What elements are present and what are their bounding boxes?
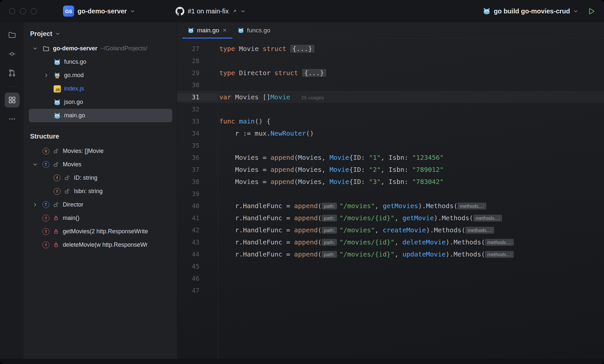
commit-tool-button[interactable] (5, 46, 20, 61)
code-token: Director (235, 69, 274, 77)
code-text[interactable]: type Movie struct {...} (218, 45, 604, 53)
code-text[interactable]: type Director struct {...} (218, 69, 604, 77)
line-number[interactable]: 47 (177, 287, 218, 294)
code-text[interactable]: r.HandleFunc = append(path:"/movies/{id}… (218, 250, 604, 258)
parameter-hint-badge: path: (322, 251, 337, 258)
tab-close-icon[interactable] (222, 28, 227, 33)
structure-item-movies[interactable]: TMovies (29, 158, 172, 171)
project-tool-button[interactable] (5, 27, 20, 42)
tab-main.go[interactable]: main.go (182, 22, 232, 38)
run-button[interactable] (587, 7, 596, 16)
more-tools-button[interactable] (5, 111, 20, 126)
function-kind-icon: f (42, 241, 49, 248)
line-number[interactable]: 43 (177, 239, 218, 246)
branch-selector-label: #1 on main-fix (188, 8, 229, 15)
line-number[interactable]: 33 (177, 118, 218, 125)
code-token: ).Methods( (446, 238, 485, 246)
tree-item-index.js[interactable]: JSindex.js (29, 82, 172, 95)
window-minimize-button[interactable] (20, 8, 26, 14)
tree-item-funcs.go[interactable]: funcs.go (29, 55, 172, 69)
structure-item-movies[interactable]: VMovies: []Movie (29, 144, 172, 158)
code-token: getMovies (383, 202, 418, 210)
code-text[interactable]: func main() { (218, 117, 604, 125)
window-zoom-button[interactable] (31, 8, 37, 14)
structure-item-isbn[interactable]: fIsbn: string (29, 185, 172, 198)
structure-tool-button[interactable] (5, 92, 20, 108)
activity-bar (0, 22, 24, 359)
code-text[interactable]: r.HandleFunc = append(path:"/movies", ge… (218, 202, 604, 210)
tab-label: funcs.go (247, 27, 271, 34)
structure-item-director[interactable]: TDirector (29, 198, 172, 211)
code-text[interactable]: r := mux.NewRouter() (218, 129, 604, 137)
folded-code-chip[interactable]: {...} (302, 69, 326, 77)
tree-item-json.go[interactable]: json.go (29, 95, 172, 109)
chevron-down-icon[interactable] (33, 162, 42, 167)
folded-code-chip[interactable]: {...} (290, 45, 314, 53)
tree-item-label: funcs.go (64, 58, 86, 65)
line-number[interactable]: 32 (177, 106, 218, 113)
code-text[interactable]: var Movies []Movie25 usages (218, 93, 604, 101)
line-number[interactable]: 39 (177, 190, 218, 197)
tree-item-label: index.js (64, 85, 84, 92)
code-text[interactable]: r.HandleFunc = append(path:"/movies/{id}… (218, 214, 604, 222)
code-text[interactable]: Movies = append(Movies, Movie{ID: "2", I… (218, 166, 604, 174)
pull-requests-tool-button[interactable] (5, 65, 20, 80)
line-number[interactable]: 34 (177, 130, 218, 137)
window-close-button[interactable] (9, 8, 15, 14)
line-number[interactable]: 41 (177, 214, 218, 222)
code-line-42: 42 r.HandleFunc = append(path:"/movies",… (177, 224, 604, 236)
line-number[interactable]: 40 (177, 202, 218, 209)
run-configuration-selector[interactable]: go build go-movies-crud (479, 5, 581, 17)
usages-inlay-hint[interactable]: 25 usages (301, 95, 324, 100)
code-line-43: 43 r.HandleFunc = append(path:"/movies/{… (177, 236, 604, 248)
branch-selector[interactable]: #1 on main-fix (172, 5, 249, 18)
tree-item-go.mod[interactable]: go.mod (29, 69, 172, 82)
structure-item-main[interactable]: fmain() (29, 211, 172, 225)
code-token: "/movies/{id}" (339, 238, 394, 246)
line-number[interactable]: 30 (177, 81, 218, 89)
code-token: (Movies, (294, 178, 329, 186)
code-text[interactable]: Movies = append(Movies, Movie{ID: "3", I… (218, 178, 604, 186)
code-text[interactable]: r.HandleFunc = append(path:"/movies/{id}… (218, 238, 604, 246)
tree-item-label: json.go (64, 99, 83, 106)
tab-label: main.go (197, 27, 219, 34)
line-number[interactable]: 45 (177, 263, 218, 270)
code-line-31: 31var Movies []Movie25 usages (177, 91, 604, 103)
chevron-down-icon[interactable] (33, 46, 42, 51)
code-token: Movie (329, 178, 349, 186)
line-number[interactable]: 46 (177, 275, 218, 282)
chevron-right-icon[interactable] (33, 202, 42, 207)
lock-closed-icon (53, 242, 59, 248)
line-number[interactable]: 36 (177, 154, 218, 161)
code-token: ( (318, 202, 322, 210)
structure-item-getmovies[interactable]: fgetMovies(2 http.ResponseWrite (29, 225, 172, 238)
code-text[interactable]: r.HandleFunc = append(path:"/movies", cr… (218, 226, 604, 234)
code-token: ( (318, 238, 322, 246)
code-token: "1" (369, 154, 381, 161)
folder-icon (42, 45, 50, 52)
tab-funcs.go[interactable]: funcs.go (232, 22, 276, 38)
structure-item-label: Movies: []Movie (63, 148, 104, 155)
code-editor[interactable]: 27type Movie struct {...}2829type Direct… (177, 39, 604, 359)
line-number[interactable]: 28 (177, 57, 218, 64)
type-kind-icon: T (42, 161, 49, 168)
lock-closed-icon (53, 215, 59, 221)
project-selector[interactable]: GS go-demo-server (60, 3, 138, 19)
line-number[interactable]: 37 (177, 166, 218, 173)
structure-item-id[interactable]: fID: string (29, 171, 172, 185)
line-number[interactable]: 42 (177, 226, 218, 234)
line-number[interactable]: 27 (177, 45, 218, 52)
line-number[interactable]: 29 (177, 69, 218, 76)
structure-item-deletemovie[interactable]: fdeleteMovie(w http.ResponseWr (29, 238, 172, 252)
editor-tabbar: main.gofuncs.go (177, 22, 604, 39)
line-number[interactable]: 38 (177, 178, 218, 185)
code-token: r := mux. (219, 129, 271, 137)
tree-item-main.go[interactable]: main.go (29, 109, 172, 122)
tree-item-go-demo-server[interactable]: go-demo-server~/GolandProjects/ (29, 42, 172, 55)
code-text[interactable]: Movies = append(Movies, Movie{ID: "1", I… (218, 154, 604, 161)
project-panel-header[interactable]: Project (24, 25, 177, 42)
line-number[interactable]: 44 (177, 251, 218, 258)
line-number[interactable]: 35 (177, 142, 218, 149)
line-number[interactable]: 31 (177, 93, 218, 101)
chevron-right-icon[interactable] (44, 73, 54, 78)
